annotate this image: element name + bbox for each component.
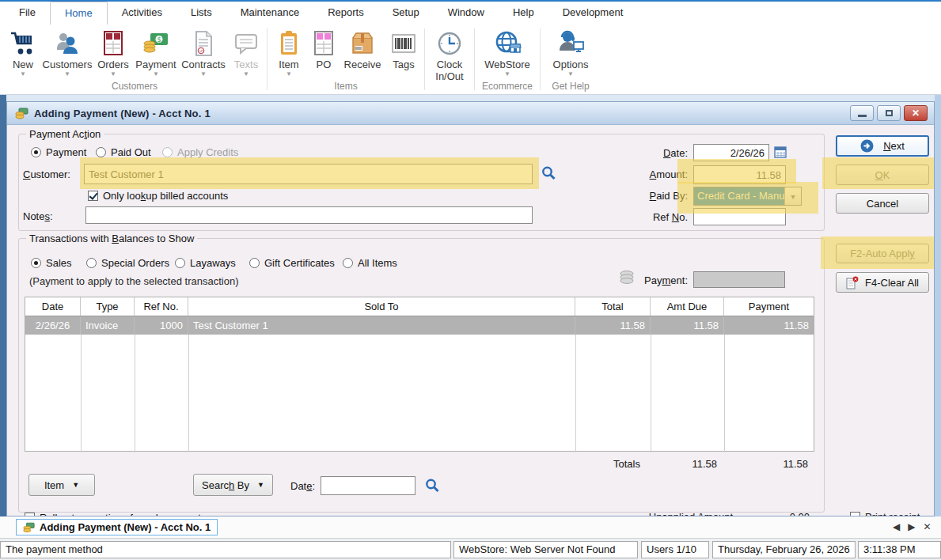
- ribbon-separator: [267, 28, 268, 90]
- close-tab-icon[interactable]: ✕: [923, 521, 931, 532]
- customer-field[interactable]: Test Customer 1: [84, 164, 533, 184]
- unapplied-amount-value: 0.00: [730, 511, 810, 516]
- ribbon-options-button[interactable]: Options ▼: [543, 25, 598, 79]
- minimize-button[interactable]: [850, 105, 874, 121]
- radio-layaways[interactable]: Layaways: [175, 257, 236, 269]
- dropdown-caret-icon: ▼: [64, 70, 70, 79]
- dropdown-arrow-icon: ▼: [72, 481, 79, 489]
- table-row[interactable]: 2/26/26 Invoice 1000 Test Customer 1 11.…: [25, 316, 814, 335]
- restore-button[interactable]: [877, 105, 901, 121]
- ribbon-webstore-button[interactable]: WebStore ▼: [477, 25, 537, 79]
- radio-payment[interactable]: Payment: [31, 146, 86, 158]
- webstore-globe-icon: [493, 28, 522, 59]
- column-header-total[interactable]: Total: [575, 297, 651, 316]
- menu-file[interactable]: File: [5, 2, 50, 25]
- menu-help[interactable]: Help: [499, 2, 548, 25]
- menu-development[interactable]: Development: [548, 2, 638, 25]
- ribbon-group-label: Get Help: [543, 81, 598, 94]
- radio-all-items[interactable]: All Items: [343, 257, 397, 269]
- menu-maintenance[interactable]: Maintenance: [226, 2, 313, 25]
- ribbon-group-label: Items: [270, 81, 422, 94]
- customer-search-icon[interactable]: [541, 165, 556, 181]
- column-header-sold-to[interactable]: Sold To: [188, 297, 575, 316]
- application-window: File Home Activities Lists Maintenance R…: [0, 0, 941, 560]
- ribbon-customers-button[interactable]: Customers ▼: [41, 25, 93, 79]
- column-header-type[interactable]: Type: [81, 297, 135, 316]
- item-dropdown-button[interactable]: Item ▼: [28, 474, 95, 496]
- chevron-down-icon[interactable]: ▾: [784, 187, 801, 205]
- apply-caption: (Payment to apply to the selected transa…: [29, 275, 238, 287]
- payment-apply-field: [693, 271, 785, 288]
- ribbon-payment-button[interactable]: $ Payment ▼: [133, 25, 179, 79]
- radio-paid-out[interactable]: Paid Out: [96, 146, 151, 158]
- notes-field[interactable]: [85, 206, 533, 224]
- ribbon-receive-button[interactable]: Receive: [340, 25, 385, 70]
- item-clipboard-icon: [278, 28, 300, 59]
- ribbon-group-label: Ecommerce: [477, 81, 537, 94]
- calendar-icon[interactable]: [774, 146, 787, 158]
- column-header-date[interactable]: Date: [25, 297, 81, 316]
- menu-lists[interactable]: Lists: [176, 2, 226, 25]
- totals-payment: 11.58: [729, 458, 808, 470]
- options-support-icon: [556, 28, 585, 59]
- ribbon-clock-in-out-button[interactable]: Clock In/Out: [427, 25, 472, 82]
- ribbon-tags-button[interactable]: Tags: [385, 25, 422, 70]
- date-field[interactable]: 2/26/26: [693, 144, 769, 161]
- menu-home[interactable]: Home: [50, 2, 108, 25]
- clear-all-icon: [846, 276, 859, 289]
- ref-no-field[interactable]: [693, 208, 786, 225]
- column-header-ref-no[interactable]: Ref No.: [135, 297, 188, 316]
- dialog-title-bar[interactable]: Adding Payment (New) - Acct No. 1 ✕: [7, 102, 934, 125]
- totals-amt-due: 11.58: [638, 458, 717, 470]
- status-time: 3:11:38 PM: [858, 541, 941, 558]
- cancel-button[interactable]: Cancel: [836, 193, 929, 214]
- ribbon-new-button[interactable]: New ▼: [5, 25, 41, 79]
- ribbon-orders-button[interactable]: Orders ▼: [93, 25, 133, 79]
- menu-window[interactable]: Window: [434, 2, 499, 25]
- payment-apply-label: Payment:: [609, 274, 688, 286]
- ribbon-texts-button[interactable]: Texts ▼: [228, 25, 264, 79]
- ribbon-group-label: [427, 82, 472, 94]
- dialog-title: Adding Payment (New) - Acct No. 1: [34, 108, 211, 119]
- radio-special-orders[interactable]: Special Orders: [86, 257, 169, 269]
- search-by-dropdown-button[interactable]: Search By ▼: [193, 474, 273, 496]
- dropdown-caret-icon: ▼: [243, 70, 249, 79]
- column-header-amt-due[interactable]: Amt Due: [651, 297, 724, 316]
- mdi-right-edge: [935, 95, 941, 516]
- notes-label: Notes:: [23, 210, 53, 222]
- clock-icon: [436, 28, 463, 59]
- next-button[interactable]: Next: [836, 135, 929, 157]
- grid-line: [651, 335, 651, 452]
- menu-setup[interactable]: Setup: [378, 2, 434, 25]
- close-button[interactable]: ✕: [904, 105, 928, 121]
- grid-line: [188, 335, 189, 452]
- radio-gift-certificates[interactable]: Gift Certificates: [249, 257, 335, 269]
- f2-auto-apply-button[interactable]: F2-Auto Apply: [836, 244, 929, 263]
- active-document-tab[interactable]: Adding Payment (New) - Acct No. 1: [16, 519, 218, 535]
- menu-activities[interactable]: Activities: [108, 2, 176, 25]
- receive-box-icon: [349, 28, 376, 59]
- ribbon-item-button[interactable]: Item ▼: [270, 25, 308, 79]
- dropdown-caret-icon: ▼: [567, 70, 574, 79]
- ok-button[interactable]: OK: [836, 165, 929, 185]
- scroll-left-icon[interactable]: ◀: [893, 521, 900, 532]
- dropdown-caret-icon: ▼: [20, 70, 26, 79]
- grid-search-icon[interactable]: [424, 478, 440, 494]
- ribbon-contracts-button[interactable]: Contracts ▼: [179, 25, 228, 79]
- paid-by-dropdown[interactable]: Credit Card - Manua ▾: [693, 187, 802, 206]
- payment-money-icon: $: [142, 28, 169, 59]
- amount-field[interactable]: 11.58: [693, 165, 786, 184]
- grid-date-field[interactable]: [321, 476, 415, 495]
- radio-sales[interactable]: Sales: [31, 257, 72, 269]
- dropdown-caret-icon: ▼: [504, 70, 510, 79]
- status-message: The payment method: [0, 541, 451, 558]
- ribbon-po-button[interactable]: PO: [308, 25, 340, 70]
- scroll-right-icon[interactable]: ▶: [908, 521, 915, 532]
- ref-no-label: Ref No.: [609, 211, 688, 223]
- f4-clear-all-button[interactable]: F4-Clear All: [836, 272, 929, 293]
- column-header-payment[interactable]: Payment: [724, 297, 814, 316]
- menu-reports[interactable]: Reports: [313, 2, 378, 25]
- only-lookup-billed-checkbox[interactable]: Only lookup billed accounts: [88, 190, 228, 202]
- print-receipt-checkbox[interactable]: Print receipt: [850, 511, 920, 516]
- ribbon-group-get-help: Options ▼ Get Help: [543, 25, 598, 94]
